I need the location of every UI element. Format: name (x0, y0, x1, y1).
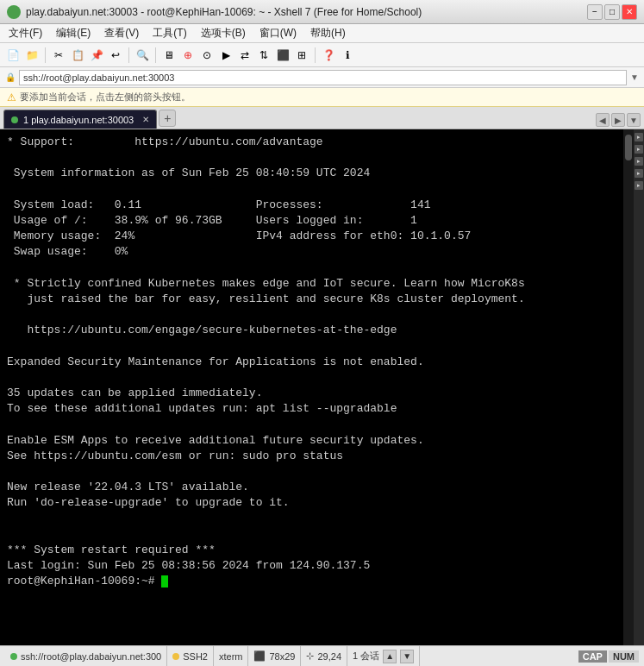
toolbar-view-group: 🔍 (133, 46, 152, 65)
status-dimensions-icon: ⬛ (253, 650, 266, 662)
toolbar-undo-btn[interactable]: ↩ (106, 46, 125, 65)
toolbar-sep-4 (315, 47, 316, 63)
status-connected-dot (10, 653, 17, 660)
window-controls: − □ ✕ (587, 4, 637, 20)
tab-close-btn[interactable]: ✕ (142, 115, 149, 124)
toolbar-box-btn[interactable]: ⊞ (292, 46, 311, 65)
address-input[interactable] (19, 70, 627, 85)
toolbar-search-btn[interactable]: 🔍 (133, 46, 152, 65)
menu-bar: 文件(F) 编辑(E) 查看(V) 工具(T) 选项卡(B) 窗口(W) 帮助(… (0, 24, 644, 43)
address-bar: 🔒 ▼ (0, 67, 644, 88)
status-dimensions: ⬛ 78x29 (248, 646, 301, 666)
new-tab-btn[interactable]: + (159, 110, 176, 127)
status-terminal-text: xterm (219, 651, 243, 662)
toolbar-cut-btn[interactable]: ✂ (49, 46, 68, 65)
menu-tools[interactable]: 工具(T) (147, 24, 191, 42)
toolbar-new-btn[interactable]: 📄 (3, 46, 22, 65)
info-bar: ⚠ 要添加当前会话，点击左侧的箭头按钮。 (0, 88, 644, 107)
tab-navigation: ◀ ▶ ▼ (596, 113, 641, 129)
toolbar-sep-2 (128, 47, 129, 63)
toolbar-script-btn[interactable]: ▶ (216, 46, 235, 65)
menu-edit[interactable]: 编辑(E) (51, 24, 96, 42)
close-button[interactable]: ✕ (622, 4, 637, 20)
tab-status-dot (11, 116, 18, 123)
toolbar-sep-3 (155, 47, 156, 63)
toolbar-info-btn[interactable]: ℹ (338, 46, 357, 65)
status-sessions-text: 1 会话 (353, 650, 379, 663)
toolbar-paste-btn[interactable]: 📌 (87, 46, 106, 65)
toolbar-copy-btn[interactable]: 📋 (68, 46, 87, 65)
right-btn-4[interactable]: ▸ (635, 169, 643, 178)
toolbar-sftp-btn[interactable]: ⇅ (254, 46, 273, 65)
toolbar-connect-group: 🖥 ⊕ ⊙ ▶ ⇄ ⇅ ⬛ ⊞ (159, 46, 311, 65)
status-host-text: ssh://root@play.dabaiyun.net:300 (21, 651, 161, 662)
status-sessions: 1 会话 ▲ ▼ (347, 646, 420, 666)
toolbar-edit-group: ✂ 📋 📌 ↩ (49, 46, 125, 65)
toolbar-more-btn[interactable]: ⬛ (273, 46, 292, 65)
title-bar: play.dabaiyun.net:30003 - root@KephiHan-… (0, 0, 644, 24)
toolbar-connect-btn[interactable]: ⊕ (178, 46, 197, 65)
tab-prev-btn[interactable]: ◀ (596, 113, 610, 127)
status-position-icon: ⊹ (306, 650, 314, 662)
menu-window[interactable]: 窗口(W) (254, 24, 302, 42)
toolbar-file-group: 📄 📁 (3, 46, 41, 65)
tab-active[interactable]: 1 play.dabaiyun.net:30003 ✕ (3, 110, 157, 129)
toolbar-transfer-btn[interactable]: ⇄ (235, 46, 254, 65)
menu-view[interactable]: 查看(V) (99, 24, 144, 42)
toolbar-connect2-btn[interactable]: ⊙ (197, 46, 216, 65)
address-dropdown-btn[interactable]: ▼ (630, 72, 639, 82)
app-icon (7, 5, 21, 19)
right-btn-2[interactable]: ▸ (635, 145, 643, 154)
right-btn-1[interactable]: ▸ (635, 133, 643, 141)
lock-icon: 🔒 (5, 72, 16, 82)
menu-help[interactable]: 帮助(H) (305, 24, 351, 42)
status-bar: ssh://root@play.dabaiyun.net:300 SSH2 xt… (0, 645, 644, 666)
tab-next-btn[interactable]: ▶ (611, 113, 625, 127)
status-position: ⊹ 29,24 (301, 646, 347, 666)
num-badge: NUM (609, 650, 639, 663)
right-btn-5[interactable]: ▸ (635, 181, 643, 190)
menu-tabs[interactable]: 选项卡(B) (196, 24, 251, 42)
status-ssh-dot (172, 653, 179, 660)
tab-bar: 1 play.dabaiyun.net:30003 ✕ + ◀ ▶ ▼ (0, 107, 644, 129)
right-panel: ▸ ▸ ▸ ▸ ▸ (634, 129, 644, 645)
toolbar-session-btn[interactable]: 🖥 (159, 46, 178, 65)
status-dimensions-text: 78x29 (269, 651, 295, 662)
minimize-button[interactable]: − (587, 4, 603, 20)
status-position-text: 29,24 (317, 651, 341, 662)
status-nav-down-btn[interactable]: ▼ (400, 650, 414, 663)
toolbar-help-btn[interactable]: ❓ (319, 46, 338, 65)
scrollbar[interactable] (623, 129, 634, 645)
status-ssh-label: SSH2 (183, 651, 208, 662)
info-bar-text: 要添加当前会话，点击左侧的箭头按钮。 (20, 91, 191, 104)
cap-badge: CAP (578, 650, 607, 663)
status-ssh-type: SSH2 (167, 646, 214, 666)
tab-label: 1 play.dabaiyun.net:30003 (23, 115, 134, 125)
menu-file[interactable]: 文件(F) (3, 24, 47, 42)
tab-menu-btn[interactable]: ▼ (627, 113, 641, 127)
maximize-button[interactable]: □ (604, 4, 620, 20)
scroll-thumb[interactable] (625, 135, 632, 160)
status-ssh-host: ssh://root@play.dabaiyun.net:300 (5, 646, 167, 666)
toolbar: 📄 📁 ✂ 📋 📌 ↩ 🔍 🖥 ⊕ ⊙ ▶ ⇄ ⇅ ⬛ ⊞ ❓ ℹ (0, 43, 644, 67)
right-btn-3[interactable]: ▸ (635, 157, 643, 166)
window-title: play.dabaiyun.net:30003 - root@KephiHan-… (26, 6, 587, 18)
status-right-group: CAP NUM (577, 650, 639, 663)
info-icon: ⚠ (7, 91, 16, 104)
terminal[interactable]: * Support: https://ubuntu.com/advantage … (0, 129, 623, 645)
toolbar-sep-1 (45, 47, 46, 63)
toolbar-help-group: ❓ ℹ (319, 46, 357, 65)
terminal-wrapper: * Support: https://ubuntu.com/advantage … (0, 129, 644, 645)
status-terminal-type: xterm (214, 646, 249, 666)
status-nav-up-btn[interactable]: ▲ (383, 650, 397, 663)
toolbar-folder-btn[interactable]: 📁 (22, 46, 41, 65)
